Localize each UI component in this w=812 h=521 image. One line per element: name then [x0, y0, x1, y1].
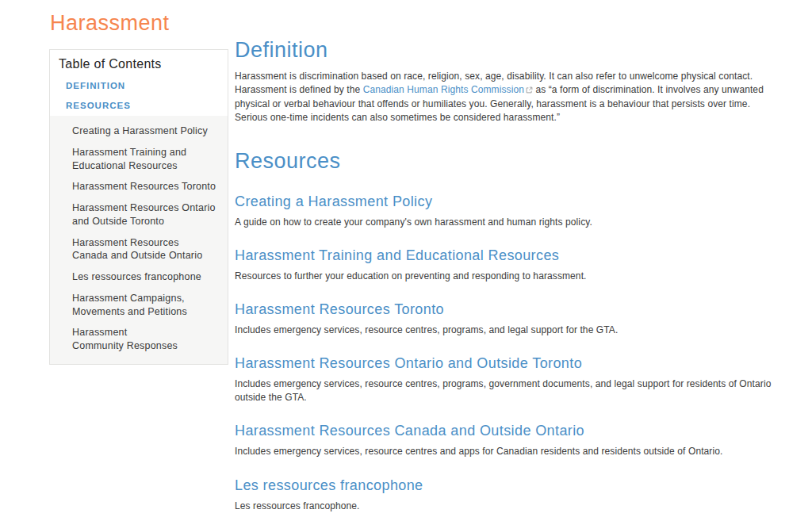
resource-section: Creating a Harassment Policy A guide on …	[235, 175, 776, 229]
toc-item-ressources-francophone[interactable]: Les ressources francophone	[50, 266, 228, 288]
toc-sub-list: Creating a Harassment Policy Harassment …	[50, 116, 228, 364]
resources-heading: Resources	[235, 149, 776, 174]
toc-item-community-responses[interactable]: Harassment Community Responses	[50, 322, 228, 357]
section-title-resources-ontario[interactable]: Harassment Resources Ontario and Outside…	[235, 355, 582, 372]
section-title-resources-canada[interactable]: Harassment Resources Canada and Outside …	[235, 423, 584, 439]
definition-paragraph: Harassment is discrimination based on ra…	[235, 70, 776, 125]
toc-link-definition[interactable]: DEFINITION	[50, 76, 228, 96]
section-title-harassment-training[interactable]: Harassment Training and Educational Reso…	[235, 247, 559, 264]
definition-heading: Definition	[235, 38, 776, 63]
toc-item-resources-canada[interactable]: Harassment Resources Canada and Outside …	[50, 232, 228, 267]
canadian-human-rights-commission-link[interactable]: Canadian Human Rights Commission	[363, 84, 524, 95]
main-content: Definition Harassment is discrimination …	[235, 38, 776, 521]
resource-section: Harassment Campaigns, Movements and Peti…	[235, 513, 776, 521]
section-description: Includes emergency services, resource ce…	[235, 324, 776, 337]
page-title: Harassment	[50, 11, 170, 36]
resource-section: Les ressources francophone Les ressource…	[235, 459, 776, 513]
toc-item-harassment-training[interactable]: Harassment Training and Educational Reso…	[50, 142, 228, 177]
resource-section: Harassment Training and Educational Reso…	[235, 229, 776, 283]
section-description: A guide on how to create your company's …	[235, 216, 776, 229]
toc-link-resources[interactable]: RESOURCES	[50, 96, 228, 116]
section-title-ressources-francophone[interactable]: Les ressources francophone	[235, 477, 423, 494]
section-description: Resources to further your education on p…	[235, 270, 776, 283]
table-of-contents: Table of Contents DEFINITION RESOURCES C…	[49, 49, 228, 365]
section-title-creating-a-harassment-policy[interactable]: Creating a Harassment Policy	[235, 193, 432, 210]
section-description: Includes emergency services, resource ce…	[235, 377, 776, 404]
section-title-resources-toronto[interactable]: Harassment Resources Toronto	[235, 301, 444, 318]
toc-heading: Table of Contents	[50, 50, 228, 76]
section-description: Includes emergency services, resource ce…	[235, 445, 776, 458]
toc-item-creating-a-harassment-policy[interactable]: Creating a Harassment Policy	[50, 121, 228, 142]
toc-item-resources-toronto[interactable]: Harassment Resources Toronto	[50, 176, 228, 197]
toc-item-campaigns-movements-petitions[interactable]: Harassment Campaigns, Movements and Peti…	[50, 288, 228, 323]
external-link-icon	[526, 84, 533, 98]
toc-item-resources-ontario[interactable]: Harassment Resources Ontario and Outside…	[50, 197, 228, 232]
resource-section: Harassment Resources Toronto Includes em…	[235, 283, 776, 337]
resource-section: Harassment Resources Canada and Outside …	[235, 404, 776, 458]
resource-section: Harassment Resources Ontario and Outside…	[235, 337, 776, 404]
section-description: Les ressources francophone.	[235, 500, 776, 513]
